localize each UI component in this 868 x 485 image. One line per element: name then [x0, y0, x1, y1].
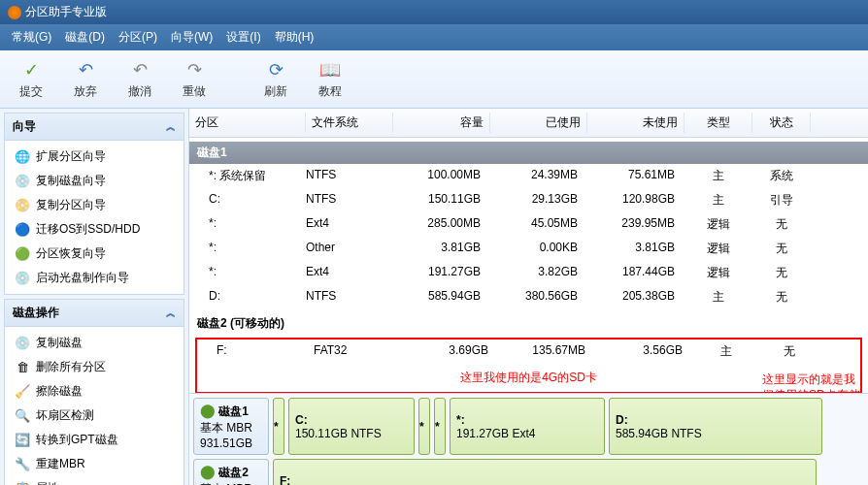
diskmap-segment[interactable]: D:585.94GB NTFS — [609, 398, 822, 455]
diskmap-row-2: ⬤ 磁盘2 基本 MBR 3.69GB F:3.69GB FAT32 — [193, 459, 864, 485]
menu-wizard[interactable]: 向导(W) — [165, 27, 218, 48]
table-row[interactable]: *:Other3.81GB0.00KB3.81GB逻辑无 — [189, 237, 868, 261]
redo-icon: ↷ — [183, 58, 206, 81]
chevron-up-icon: ︽ — [166, 120, 176, 134]
diskops-item-0[interactable]: 💿复制磁盘 — [5, 331, 184, 355]
menu-help[interactable]: 帮助(H) — [269, 27, 320, 48]
disk-icon: ⬤ — [200, 403, 216, 418]
disk2-header[interactable]: 磁盘2 (可移动的) — [189, 309, 868, 338]
diskops-item-5[interactable]: 🔧重建MBR — [5, 452, 184, 476]
item-icon: 🔵 — [15, 222, 30, 238]
redo-button[interactable]: ↷重做 — [171, 54, 217, 104]
discard-button[interactable]: ↶放弃 — [62, 54, 109, 104]
item-icon: 🟢 — [15, 246, 30, 262]
table-row[interactable]: *: 系统保留NTFS100.00MB24.39MB75.61MB主系统 — [189, 164, 868, 188]
annotation-bottom: 这里我使用的是4G的SD卡 — [197, 364, 860, 392]
commit-button[interactable]: ✓提交 — [8, 54, 54, 104]
diskmap-label-1[interactable]: ⬤ 磁盘1 基本 MBR 931.51GB — [193, 398, 269, 455]
table-row[interactable]: D:NTFS585.94GB380.56GB205.38GB主无 — [189, 285, 868, 309]
chevron-up-icon: ︽ — [166, 307, 176, 320]
item-label: 扩展分区向导 — [36, 148, 106, 165]
diskops-item-2[interactable]: 🧹擦除磁盘 — [5, 379, 184, 404]
item-icon: 🧹 — [15, 384, 30, 400]
diskmap-segment[interactable]: *:191.27GB Ext4 — [450, 398, 605, 455]
item-label: 坏扇区检测 — [36, 407, 94, 424]
disk1-header[interactable]: 磁盘1 — [189, 142, 868, 164]
diskmap-segment[interactable]: F:3.69GB FAT32 — [273, 459, 817, 485]
col-free[interactable]: 未使用 — [587, 113, 684, 133]
item-label: 复制磁盘向导 — [36, 173, 106, 189]
item-label: 重建MBR — [36, 456, 85, 472]
diskmap-row-1: ⬤ 磁盘1 基本 MBR 931.51GB *C:150.11GB NTFS**… — [193, 398, 864, 455]
wizard-item-2[interactable]: 📀复制分区向导 — [5, 193, 184, 217]
sidebar: 向导︽ 🌐扩展分区向导💿复制磁盘向导📀复制分区向导🔵迁移OS到SSD/HDD🟢分… — [0, 109, 189, 485]
wizard-item-4[interactable]: 🟢分区恢复向导 — [5, 242, 184, 266]
item-icon: 💿 — [15, 271, 30, 286]
table-row[interactable]: *:Ext4285.00MB45.05MB239.95MB逻辑无 — [189, 212, 868, 237]
item-label: 启动光盘制作向导 — [36, 270, 129, 286]
diskmap-segment[interactable]: C:150.11GB NTFS — [288, 398, 415, 455]
menu-general[interactable]: 常规(G) — [6, 27, 57, 48]
item-icon: 📋 — [15, 481, 30, 486]
title-bar: 分区助手专业版 — [0, 0, 868, 24]
diskops-item-1[interactable]: 🗑删除所有分区 — [5, 355, 184, 379]
item-label: 删除所有分区 — [36, 359, 106, 375]
item-label: 擦除磁盘 — [36, 383, 83, 400]
item-icon: 🌐 — [15, 149, 30, 165]
check-icon: ✓ — [19, 58, 43, 81]
app-icon — [8, 6, 21, 19]
wizard-item-3[interactable]: 🔵迁移OS到SSD/HDD — [5, 217, 184, 242]
diskops-item-4[interactable]: 🔄转换到GPT磁盘 — [5, 428, 184, 452]
undo-icon: ↶ — [128, 58, 151, 81]
menu-partition[interactable]: 分区(P) — [113, 27, 163, 48]
diskmap-segment[interactable]: * — [273, 398, 284, 455]
wizard-panel-header[interactable]: 向导︽ — [5, 113, 184, 141]
wizard-item-0[interactable]: 🌐扩展分区向导 — [5, 145, 184, 169]
wizard-item-1[interactable]: 💿复制磁盘向导 — [5, 169, 184, 193]
app-title: 分区助手专业版 — [25, 4, 107, 20]
toolbar: ✓提交 ↶放弃 ↶撤消 ↷重做 ⟳刷新 📖教程 — [0, 50, 868, 109]
col-type[interactable]: 类型 — [684, 113, 752, 133]
item-label: 复制磁盘 — [36, 335, 83, 351]
col-used[interactable]: 已使用 — [490, 113, 587, 133]
diskops-item-6[interactable]: 📋属性 — [5, 476, 184, 485]
wizard-item-5[interactable]: 💿启动光盘制作向导 — [5, 266, 184, 290]
wizard-panel: 向导︽ 🌐扩展分区向导💿复制磁盘向导📀复制分区向导🔵迁移OS到SSD/HDD🟢分… — [4, 113, 184, 295]
item-label: 复制分区向导 — [36, 197, 106, 213]
item-label: 属性 — [36, 480, 59, 485]
undo-icon: ↶ — [74, 58, 97, 81]
diskmap-segment[interactable]: * — [434, 398, 446, 455]
item-icon: 🔄 — [15, 433, 30, 448]
diskops-item-3[interactable]: 🔍坏扇区检测 — [5, 404, 184, 428]
content-area: 分区 文件系统 容量 已使用 未使用 类型 状态 磁盘1 *: 系统保留NTFS… — [189, 109, 868, 485]
menu-settings[interactable]: 设置(I) — [220, 27, 266, 48]
col-partition[interactable]: 分区 — [189, 113, 306, 133]
item-icon: 🔧 — [15, 457, 30, 472]
col-capacity[interactable]: 容量 — [393, 113, 490, 133]
menu-disk[interactable]: 磁盘(D) — [59, 27, 111, 48]
item-label: 分区恢复向导 — [36, 245, 106, 262]
table-row[interactable]: *:Ext4191.27GB3.82GB187.44GB逻辑无 — [189, 261, 868, 285]
item-icon: 🔍 — [15, 408, 30, 424]
table-row[interactable]: C:NTFS150.11GB29.13GB120.98GB主引导 — [189, 188, 868, 212]
table-header: 分区 文件系统 容量 已使用 未使用 类型 状态 — [189, 109, 868, 138]
menu-bar: 常规(G) 磁盘(D) 分区(P) 向导(W) 设置(I) 帮助(H) — [0, 24, 868, 50]
disk-map: ⬤ 磁盘1 基本 MBR 931.51GB *C:150.11GB NTFS**… — [189, 393, 868, 485]
diskmap-label-2[interactable]: ⬤ 磁盘2 基本 MBR 3.69GB — [193, 459, 269, 485]
book-icon: 📖 — [318, 58, 342, 81]
diskops-panel: 磁盘操作︽ 💿复制磁盘🗑删除所有分区🧹擦除磁盘🔍坏扇区检测🔄转换到GPT磁盘🔧重… — [4, 299, 184, 485]
col-status[interactable]: 状态 — [752, 113, 811, 133]
tutorial-button[interactable]: 📖教程 — [307, 54, 353, 104]
item-icon: 📀 — [15, 198, 30, 213]
undo-button[interactable]: ↶撤消 — [117, 54, 163, 104]
item-icon: 💿 — [15, 336, 30, 351]
col-filesystem[interactable]: 文件系统 — [306, 113, 393, 133]
item-label: 迁移OS到SSD/HDD — [36, 221, 140, 238]
annotation-right: 这里显示的就是我们使用的SD卡存储设备 — [762, 372, 864, 393]
table-body: 磁盘1 *: 系统保留NTFS100.00MB24.39MB75.61MB主系统… — [189, 138, 868, 393]
diskops-panel-header[interactable]: 磁盘操作︽ — [5, 300, 184, 327]
diskmap-segment[interactable]: * — [418, 398, 430, 455]
refresh-button[interactable]: ⟳刷新 — [252, 54, 299, 104]
table-row[interactable]: F:FAT323.69GB135.67MB3.56GB主无 — [197, 340, 860, 364]
refresh-icon: ⟳ — [264, 58, 287, 81]
